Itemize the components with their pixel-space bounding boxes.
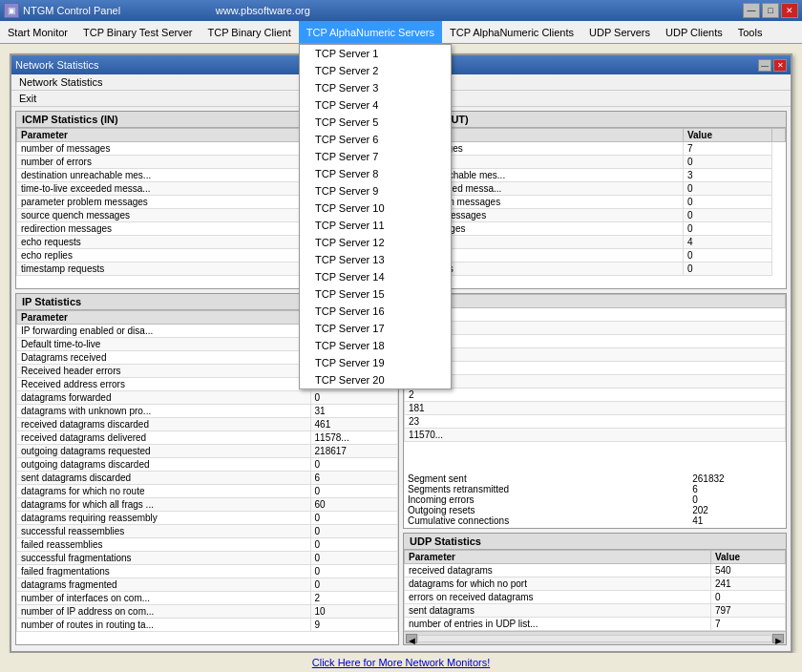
udp-scroll-right[interactable]: ► <box>772 634 784 643</box>
dropdown-item[interactable]: TCP Server 5 <box>300 114 451 131</box>
menu-start-monitor[interactable]: Start Monitor <box>0 21 75 43</box>
dropdown-item[interactable]: TCP Server 9 <box>300 182 451 200</box>
dropdown-item[interactable]: TCP Server 16 <box>300 303 451 320</box>
icmp-in-col-param: Parameter <box>17 129 324 142</box>
menu-tools[interactable]: Tools <box>730 21 770 43</box>
tcp-bottom-stats: Segment sent261832Segments retransmitted… <box>404 472 786 528</box>
udp-col-value: Value <box>710 551 785 564</box>
udp-scroll-left[interactable]: ◄ <box>406 634 417 643</box>
dropdown-item[interactable]: TCP Server 4 <box>300 96 451 114</box>
dropdown-item[interactable]: TCP Server 10 <box>300 200 451 217</box>
table-row: sent datagrams797 <box>405 604 786 618</box>
table-row: number of IP address on com...10 <box>17 605 398 619</box>
inner-window-title: Network Statistics <box>15 59 98 71</box>
table-row: er problem messages0 <box>405 196 786 209</box>
dropdown-item[interactable]: TCP Server 3 <box>300 79 451 96</box>
table-row: quench messages0 <box>405 209 786 222</box>
table-row: ion unreachable mes...3 <box>405 169 786 182</box>
table-row: of messages7 <box>405 142 786 156</box>
table-row: of errors0 <box>405 156 786 169</box>
dropdown-item[interactable]: TCP Server 13 <box>300 251 451 268</box>
inner-close-button[interactable]: ✕ <box>773 59 787 72</box>
maximize-button[interactable]: □ <box>762 3 779 18</box>
icmp-out-col-value: Value <box>683 129 771 142</box>
table-row: successful reassemblies0 <box>17 525 398 538</box>
menu-udp-servers[interactable]: UDP Servers <box>581 21 658 43</box>
table-row: failed reassemblies0 <box>17 538 398 552</box>
dropdown-item[interactable]: TCP Server 1 <box>300 45 451 62</box>
bottom-link[interactable]: Click Here for More Network Monitors! <box>0 653 802 672</box>
dropdown-item[interactable]: TCP Server 12 <box>300 234 451 251</box>
table-row: 23 <box>405 415 786 429</box>
table-row: number of interfaces on com...2 <box>17 592 398 605</box>
udp-table: Parameter Value received datagrams540dat… <box>404 550 786 631</box>
table-row: number of entries in UDP list...7 <box>405 618 786 631</box>
icmp-out-scroll <box>772 129 786 142</box>
table-row: received datagrams discarded461 <box>17 418 398 431</box>
table-row: 539 <box>405 362 786 375</box>
table-row: datagrams requiring reassembly0 <box>17 512 398 525</box>
tcp-label-row: Segments retransmitted6 <box>408 484 782 494</box>
icmp-out-title: istics (OUT) <box>404 112 786 128</box>
icmp-out-section: istics (OUT) ter Value of messages7of er… <box>403 111 787 289</box>
table-row: 181 <box>405 402 786 415</box>
table-row: received datagrams delivered11578... <box>17 431 398 445</box>
dropdown-item[interactable]: TCP Server 11 <box>300 217 451 234</box>
dropdown-item[interactable]: TCP Server 8 <box>300 165 451 182</box>
table-row: -1 <box>405 335 786 348</box>
table-row: requests4 <box>405 236 786 249</box>
table-row: -1 <box>405 348 786 362</box>
udp-scroll-track <box>417 635 772 642</box>
title-bar-title: NTGM Control Panel <box>23 5 120 16</box>
table-row: datagrams for which no route0 <box>17 485 398 498</box>
table-row: 11570... <box>405 429 786 442</box>
table-row: datagrams forwarded0 <box>17 391 398 405</box>
minimize-button[interactable]: — <box>743 3 760 18</box>
dropdown-item[interactable]: TCP Server 2 <box>300 62 451 79</box>
menu-tcp-alphanumeric-servers[interactable]: TCP AlphaNumeric Servers <box>299 21 442 43</box>
table-row: plies0 <box>405 249 786 262</box>
dropdown-item[interactable]: TCP Server 18 <box>300 337 451 354</box>
table-row: failed fragmentations0 <box>17 565 398 578</box>
tcp-table-container[interactable]: Value 310-1-1539021812311570... <box>404 294 786 472</box>
tcp-labels-table: Segment sent261832Segments retransmitted… <box>408 473 782 526</box>
dropdown-item[interactable]: TCP Server 15 <box>300 285 451 303</box>
udp-table-container[interactable]: Parameter Value received datagrams540dat… <box>404 550 786 631</box>
table-row: errors on received datagrams0 <box>405 591 786 604</box>
menu-udp-clients[interactable]: UDP Clients <box>658 21 730 43</box>
title-bar-spacer <box>124 5 212 16</box>
tcp-label-row: Cumulative connections41 <box>408 515 782 526</box>
dropdown-item[interactable]: TCP Server 17 <box>300 320 451 337</box>
dropdown-item[interactable]: TCP Server 7 <box>300 148 451 165</box>
tcp-label-row: Segment sent261832 <box>408 473 782 484</box>
title-bar-website: www.pbsoftware.org <box>216 5 310 16</box>
dropdown-item[interactable]: TCP Server 6 <box>300 131 451 148</box>
table-row: on messages0 <box>405 222 786 236</box>
tcp-stats-section: Value 310-1-1539021812311570... Segment … <box>403 293 787 529</box>
table-row: successful fragmentations0 <box>17 552 398 565</box>
udp-scrollbar[interactable]: ◄ ► <box>404 631 786 644</box>
tcp-label-row: Outgoing resets202 <box>408 505 782 515</box>
table-row: datagrams for which no port241 <box>405 578 786 591</box>
title-bar-left: ▣ NTGM Control Panel www.pbsoftware.org <box>4 3 310 18</box>
icmp-out-table: ter Value of messages7of errors0ion unre… <box>404 128 786 276</box>
tcp-col-value: Value <box>405 295 786 308</box>
udp-stats-section: UDP Statistics Parameter Value received … <box>403 533 787 645</box>
table-row: datagrams with unknown pro...31 <box>17 405 398 418</box>
title-bar-controls: — □ ✕ <box>743 3 798 18</box>
table-row: outgoing datagrams discarded0 <box>17 458 398 472</box>
table-row: received datagrams540 <box>405 564 786 578</box>
table-row: number of routes in routing ta...9 <box>17 619 398 632</box>
menu-tcp-binary-test-server[interactable]: TCP Binary Test Server <box>75 21 200 43</box>
dropdown-item[interactable]: TCP Server 19 <box>300 354 451 371</box>
table-row: p requests0 <box>405 262 786 276</box>
dropdown-item[interactable]: TCP Server 14 <box>300 268 451 285</box>
table-row: 0 <box>405 375 786 388</box>
dropdown-item[interactable]: TCP Server 20 <box>300 371 451 388</box>
menu-tcp-binary-client[interactable]: TCP Binary Client <box>200 21 299 43</box>
icmp-out-table-container[interactable]: ter Value of messages7of errors0ion unre… <box>404 128 786 288</box>
close-button[interactable]: ✕ <box>781 3 798 18</box>
table-row: 2 <box>405 388 786 402</box>
menu-tcp-alphanumeric-clients[interactable]: TCP AlphaNumeric Clients <box>442 21 581 43</box>
inner-minimize-button[interactable]: — <box>758 59 771 72</box>
